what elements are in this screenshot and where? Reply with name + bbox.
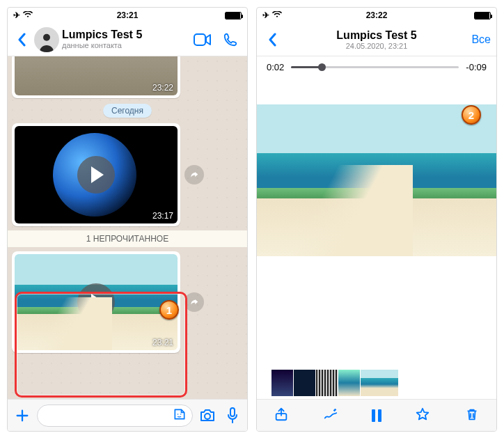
unread-divider: 1 НЕПРОЧИТАННОЕ <box>8 230 247 247</box>
video-thumb[interactable]: 23:17 <box>15 126 178 223</box>
video-frame[interactable] <box>257 104 496 256</box>
chat-body[interactable]: 23:22 Сегодня 23:17 1 НЕПРОЧИТАННОЕ 23:2… <box>8 56 247 399</box>
clock: 23:21 <box>8 10 247 20</box>
video-thumb[interactable]: 23:22 <box>15 56 178 95</box>
status-bar: ✈︎ 23:21 <box>8 8 247 23</box>
draw-button[interactable] <box>323 407 338 425</box>
svg-point-4 <box>205 414 210 419</box>
message-video-rock[interactable]: 23:22 <box>12 56 180 98</box>
time-elapsed: 0:02 <box>267 62 284 72</box>
video-thumb[interactable]: 23:21 <box>15 254 178 350</box>
chat-title-block[interactable]: Lumpics Test 5 данные контакта <box>62 29 187 50</box>
camera-button[interactable] <box>197 409 218 423</box>
message-input[interactable] <box>37 404 193 427</box>
filmstrip-item[interactable] <box>271 369 293 397</box>
filmstrip-item[interactable] <box>293 369 315 397</box>
viewer-header: Lumpics Test 5 24.05.2020, 23:21 Все <box>257 23 496 56</box>
scrubber-track[interactable] <box>291 66 459 68</box>
chat-header: Lumpics Test 5 данные контакта <box>8 23 247 56</box>
svg-point-3 <box>180 414 182 415</box>
svg-rect-1 <box>194 34 205 45</box>
svg-point-2 <box>178 414 179 415</box>
back-button[interactable] <box>12 33 31 47</box>
sticker-button[interactable] <box>173 407 187 424</box>
status-bar: ✈︎ 23:22 <box>257 8 496 23</box>
phone-viewer: ✈︎ 23:22 Lumpics Test 5 24.05.2020, 23:2… <box>256 7 497 432</box>
star-button[interactable] <box>415 407 430 425</box>
forward-button[interactable] <box>184 165 204 184</box>
annotation-callout-1: 1 <box>159 300 179 320</box>
forward-button[interactable] <box>184 292 204 312</box>
avatar[interactable] <box>34 27 59 52</box>
date-chip: Сегодня <box>103 104 152 118</box>
share-button[interactable] <box>274 407 289 425</box>
play-icon[interactable] <box>77 283 115 321</box>
attach-button[interactable] <box>12 408 33 423</box>
input-bar <box>8 399 247 431</box>
battery-icon <box>225 12 242 19</box>
message-video-earth[interactable]: 23:17 <box>12 123 180 226</box>
message-time: 23:17 <box>152 211 173 221</box>
filmstrip-item[interactable] <box>315 369 338 397</box>
scrubber-knob[interactable] <box>318 63 326 71</box>
chat-subtitle: данные контакта <box>62 41 187 50</box>
pause-button[interactable] <box>372 409 381 422</box>
clock: 23:22 <box>257 10 496 20</box>
chat-title: Lumpics Test 5 <box>62 29 187 41</box>
viewer-title: Lumpics Test 5 <box>257 29 496 42</box>
video-scrubber[interactable]: 0:02 -0:09 <box>257 56 496 78</box>
mic-button[interactable] <box>222 407 243 424</box>
time-remaining: -0:09 <box>466 62 487 72</box>
viewer-toolbar <box>257 399 496 431</box>
delete-button[interactable] <box>464 407 480 425</box>
message-video-beach[interactable]: 23:21 <box>12 251 180 353</box>
viewer-title-block: Lumpics Test 5 24.05.2020, 23:21 <box>257 29 496 50</box>
svg-rect-5 <box>230 408 235 416</box>
filmstrip-item[interactable] <box>360 369 399 397</box>
svg-point-0 <box>43 33 50 40</box>
phone-chat: ✈︎ 23:21 Lumpics Test 5 данные контакта <box>7 7 248 432</box>
message-time: 23:21 <box>152 338 173 347</box>
media-filmstrip[interactable] <box>257 367 496 399</box>
filmstrip-item[interactable] <box>338 369 360 397</box>
message-time: 23:22 <box>152 83 173 93</box>
viewer-subtitle: 24.05.2020, 23:21 <box>257 42 496 50</box>
battery-icon <box>474 12 491 19</box>
play-icon[interactable] <box>77 156 115 194</box>
annotation-callout-2: 2 <box>462 105 481 125</box>
voice-call-button[interactable] <box>218 32 243 47</box>
video-call-button[interactable] <box>190 33 215 46</box>
